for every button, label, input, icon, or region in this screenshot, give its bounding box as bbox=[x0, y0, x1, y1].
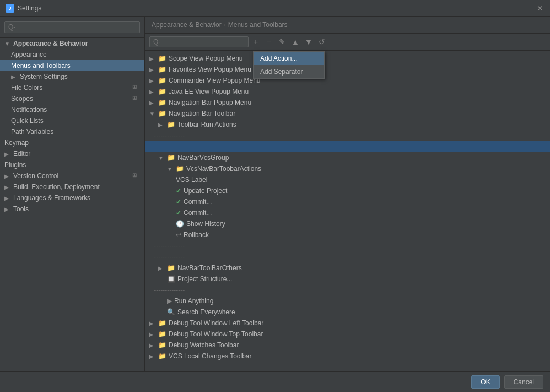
sidebar-search-input[interactable] bbox=[4, 21, 140, 33]
sidebar-item-label: Keymap bbox=[4, 139, 140, 147]
item-label: VcsNavBarToobarActions bbox=[186, 165, 261, 173]
run-icon: ▶ bbox=[167, 297, 172, 305]
sidebar-item-scopes[interactable]: Scopes ⊞ bbox=[0, 93, 144, 104]
sidebar-item-file-colors[interactable]: File Colors ⊞ bbox=[0, 82, 144, 93]
list-item[interactable]: ✔ Update Project bbox=[145, 185, 550, 196]
sidebar-item-label: File Colors bbox=[11, 84, 130, 92]
list-item-separator: -------------- bbox=[145, 251, 550, 262]
list-item[interactable]: ▼ 📁 VcsNavBarToobarActions bbox=[145, 163, 550, 174]
sidebar-item-build-exec[interactable]: ▶ Build, Execution, Deployment bbox=[0, 181, 144, 192]
edit-button[interactable]: ✎ bbox=[276, 36, 288, 48]
list-item[interactable]: 🔍 Search Everywhere bbox=[145, 307, 550, 318]
selected-highlight-row[interactable] bbox=[145, 141, 550, 152]
list-item[interactable]: ▶ 📁 Java EE View Popup Menu bbox=[145, 86, 550, 97]
cancel-button[interactable]: Cancel bbox=[504, 375, 543, 389]
list-item-separator: -------------- bbox=[145, 240, 550, 251]
item-label: Navigation Bar Toolbar bbox=[169, 110, 235, 117]
move-up-button[interactable]: ▲ bbox=[289, 36, 301, 48]
sidebar-item-label: Version Control bbox=[13, 172, 130, 180]
sidebar-item-path-variables[interactable]: Path Variables bbox=[0, 126, 144, 137]
sidebar-item-label: Quick Lists bbox=[11, 117, 140, 125]
sidebar-item-quick-lists[interactable]: Quick Lists bbox=[0, 115, 144, 126]
expand-arrow-icon: ▶ bbox=[158, 265, 165, 271]
item-label: NavBarVcsGroup bbox=[177, 154, 229, 162]
refresh-button[interactable]: ↺ bbox=[316, 36, 328, 48]
list-item[interactable]: ↩ Rollback bbox=[145, 229, 550, 240]
settings-window: J Settings ✕ ▼ Appearance & Behavior App… bbox=[0, 0, 550, 392]
list-item[interactable]: ▶ 📁 Favorites View Popup Menu bbox=[145, 64, 550, 75]
remove-button[interactable]: − bbox=[263, 36, 275, 48]
sidebar-item-label: Build, Execution, Deployment bbox=[13, 183, 140, 191]
list-item[interactable]: VCS Label bbox=[145, 174, 550, 185]
list-item[interactable]: ▶ 📁 Commander View Popup Menu bbox=[145, 75, 550, 86]
expand-arrow-icon: ▶ bbox=[4, 173, 11, 179]
separator-label: -------------- bbox=[154, 132, 185, 139]
list-item[interactable]: ▶ 📁 Scope View Popup Menu bbox=[145, 53, 550, 64]
sidebar-item-appearance[interactable]: Appearance bbox=[0, 49, 144, 60]
sidebar-item-system-settings[interactable]: ▶ System Settings bbox=[0, 71, 144, 82]
move-down-button[interactable]: ▼ bbox=[303, 36, 315, 48]
list-item[interactable]: ▶ 📁 VCS Local Changes Toolbar bbox=[145, 351, 550, 362]
toolbar: + − ✎ ▲ ▼ ↺ Add Action... Add Separator bbox=[145, 34, 550, 51]
item-label: Show History bbox=[186, 220, 225, 228]
item-label: Favorites View Popup Menu bbox=[169, 66, 251, 73]
list-item[interactable]: ▶ 📁 Debug Tool Window Top Toolbar bbox=[145, 329, 550, 340]
item-label: VCS Local Changes Toolbar bbox=[169, 352, 252, 360]
list-item[interactable]: ▶ 📁 Navigation Bar Popup Menu bbox=[145, 97, 550, 108]
list-item[interactable]: ▶ 📁 Debug Tool Window Left Toolbar bbox=[145, 318, 550, 329]
sidebar-item-languages[interactable]: ▶ Languages & Frameworks bbox=[0, 192, 144, 203]
separator-label: -------------- bbox=[154, 242, 185, 250]
item-label: Debug Tool Window Left Toolbar bbox=[169, 319, 263, 327]
expand-arrow-icon: ▶ bbox=[158, 122, 165, 128]
sidebar-item-appearance-behavior[interactable]: ▼ Appearance & Behavior bbox=[0, 38, 144, 49]
list-item[interactable]: ▼ 📁 Navigation Bar Toolbar bbox=[145, 108, 550, 119]
list-item[interactable]: ✔ Commit... bbox=[145, 196, 550, 207]
sidebar-item-plugins[interactable]: Plugins bbox=[0, 159, 144, 170]
list-item[interactable]: 🔲 Project Structure... bbox=[145, 273, 550, 284]
folder-icon: 📁 bbox=[158, 66, 166, 73]
expand-arrow-icon: ▼ bbox=[149, 111, 156, 117]
sidebar-item-menus-toolbars[interactable]: Menus and Toolbars bbox=[0, 60, 144, 71]
sidebar-item-label: Scopes bbox=[11, 95, 130, 103]
breadcrumb-separator: › bbox=[224, 21, 226, 29]
list-item[interactable]: ✔ Commit... bbox=[145, 207, 550, 218]
close-button[interactable]: ✕ bbox=[536, 4, 544, 13]
list-item[interactable]: 🕐 Show History bbox=[145, 218, 550, 229]
sidebar-item-label: Path Variables bbox=[11, 128, 140, 136]
item-label: Commit... bbox=[184, 198, 212, 206]
sidebar-item-notifications[interactable]: Notifications bbox=[0, 104, 144, 115]
expand-arrow-icon: ▶ bbox=[149, 56, 156, 62]
item-label: Rollback bbox=[184, 231, 209, 239]
folder-icon: 📁 bbox=[158, 319, 166, 327]
sidebar-item-version-control[interactable]: ▶ Version Control ⊞ bbox=[0, 170, 144, 181]
item-label: Scope View Popup Menu bbox=[169, 55, 243, 62]
separator-label: -------------- bbox=[154, 253, 185, 261]
add-action-item[interactable]: Add Action... bbox=[254, 52, 324, 65]
breadcrumb-part2: Menus and Toolbars bbox=[228, 21, 288, 29]
list-item[interactable]: ▶ 📁 Toolbar Run Actions bbox=[145, 119, 550, 130]
list-item[interactable]: ▶ 📁 Debug Watches Toolbar bbox=[145, 340, 550, 351]
sidebar-item-keymap[interactable]: Keymap bbox=[0, 137, 144, 148]
proj-icon: 🔲 bbox=[167, 275, 175, 283]
list-item[interactable]: ▼ 📁 NavBarVcsGroup bbox=[145, 152, 550, 163]
expand-arrow-icon: ▶ bbox=[4, 195, 11, 201]
ok-button[interactable]: OK bbox=[471, 375, 499, 389]
add-separator-item[interactable]: Add Separator bbox=[254, 65, 324, 78]
badge-icon: ⊞ bbox=[132, 84, 140, 92]
folder-icon: 📁 bbox=[167, 264, 175, 272]
add-button[interactable]: + bbox=[250, 36, 262, 48]
sidebar-item-tools[interactable]: ▶ Tools bbox=[0, 203, 144, 214]
item-label: Update Project bbox=[184, 187, 227, 195]
title-bar-left: J Settings bbox=[6, 4, 41, 13]
rollback-icon: ↩ bbox=[176, 231, 181, 239]
folder-icon: 📁 bbox=[158, 341, 166, 349]
search-icon: 🔍 bbox=[167, 308, 175, 316]
folder-icon: 📁 bbox=[158, 352, 166, 360]
sidebar-item-editor[interactable]: ▶ Editor bbox=[0, 148, 144, 159]
toolbar-search-input[interactable] bbox=[149, 36, 249, 47]
folder-icon: 📁 bbox=[158, 99, 166, 106]
list-item[interactable]: ▶ 📁 NavBarToolBarOthers bbox=[145, 262, 550, 273]
list-item[interactable]: ▶ Run Anything bbox=[145, 296, 550, 307]
expand-arrow-icon: ▶ bbox=[149, 78, 156, 84]
expand-arrow-icon: ▶ bbox=[4, 184, 11, 190]
